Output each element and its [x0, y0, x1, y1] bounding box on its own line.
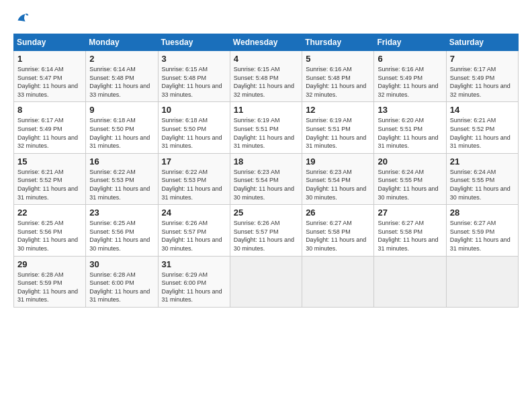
calendar-cell: 21 Sunrise: 6:24 AMSunset: 5:55 PMDaylig…	[446, 153, 518, 204]
logo	[13, 11, 32, 27]
calendar-row-5: 29 Sunrise: 6:28 AMSunset: 5:59 PMDaylig…	[14, 256, 519, 307]
day-number: 5	[306, 54, 370, 64]
day-info: Sunrise: 6:27 AMSunset: 5:59 PMDaylight:…	[450, 219, 515, 253]
day-number: 22	[17, 208, 82, 218]
calendar-cell: 23 Sunrise: 6:25 AMSunset: 5:56 PMDaylig…	[86, 205, 158, 256]
calendar-cell: 19 Sunrise: 6:23 AMSunset: 5:54 PMDaylig…	[302, 153, 374, 204]
day-info: Sunrise: 6:29 AMSunset: 6:00 PMDaylight:…	[162, 271, 226, 304]
header-cell-tuesday: Tuesday	[158, 34, 230, 51]
calendar-cell: 13 Sunrise: 6:20 AMSunset: 5:51 PMDaylig…	[374, 102, 446, 153]
calendar-cell: 8 Sunrise: 6:17 AMSunset: 5:49 PMDayligh…	[14, 102, 86, 153]
day-info: Sunrise: 6:18 AMSunset: 5:50 PMDaylight:…	[89, 116, 154, 150]
day-info: Sunrise: 6:24 AMSunset: 5:55 PMDaylight:…	[378, 168, 442, 201]
day-info: Sunrise: 6:16 AMSunset: 5:49 PMDaylight:…	[378, 65, 442, 99]
day-info: Sunrise: 6:26 AMSunset: 5:57 PMDaylight:…	[234, 219, 298, 253]
day-info: Sunrise: 6:28 AMSunset: 6:00 PMDaylight:…	[89, 271, 154, 304]
calendar-cell: 24 Sunrise: 6:26 AMSunset: 5:57 PMDaylig…	[158, 205, 230, 256]
day-number: 24	[162, 208, 226, 218]
header-cell-sunday: Sunday	[14, 34, 86, 51]
day-number: 1	[17, 54, 82, 64]
calendar-cell: 12 Sunrise: 6:19 AMSunset: 5:51 PMDaylig…	[302, 102, 374, 153]
calendar-row-2: 8 Sunrise: 6:17 AMSunset: 5:49 PMDayligh…	[14, 102, 519, 153]
calendar-cell: 30 Sunrise: 6:28 AMSunset: 6:00 PMDaylig…	[86, 256, 158, 307]
day-number: 17	[162, 156, 226, 167]
day-number: 14	[450, 105, 515, 115]
day-info: Sunrise: 6:23 AMSunset: 5:54 PMDaylight:…	[234, 168, 298, 201]
calendar-cell: 6 Sunrise: 6:16 AMSunset: 5:49 PMDayligh…	[374, 51, 446, 102]
day-number: 28	[450, 208, 515, 218]
calendar-header: SundayMondayTuesdayWednesdayThursdayFrid…	[14, 34, 519, 51]
calendar-row-4: 22 Sunrise: 6:25 AMSunset: 5:56 PMDaylig…	[14, 205, 519, 256]
header-cell-wednesday: Wednesday	[230, 34, 302, 51]
calendar-cell: 31 Sunrise: 6:29 AMSunset: 6:00 PMDaylig…	[158, 256, 230, 307]
calendar-cell: 3 Sunrise: 6:15 AMSunset: 5:48 PMDayligh…	[158, 51, 230, 102]
day-number: 9	[89, 105, 154, 115]
calendar-cell: 15 Sunrise: 6:21 AMSunset: 5:52 PMDaylig…	[14, 153, 86, 204]
calendar-cell: 26 Sunrise: 6:27 AMSunset: 5:58 PMDaylig…	[302, 205, 374, 256]
day-number: 29	[17, 259, 82, 269]
header-cell-monday: Monday	[86, 34, 158, 51]
header-row: SundayMondayTuesdayWednesdayThursdayFrid…	[14, 34, 519, 51]
calendar-cell: 17 Sunrise: 6:22 AMSunset: 5:53 PMDaylig…	[158, 153, 230, 204]
calendar-cell: 10 Sunrise: 6:18 AMSunset: 5:50 PMDaylig…	[158, 102, 230, 153]
header-cell-friday: Friday	[374, 34, 446, 51]
day-number: 21	[450, 156, 515, 167]
header-cell-saturday: Saturday	[446, 34, 518, 51]
calendar-cell	[302, 256, 374, 307]
day-info: Sunrise: 6:17 AMSunset: 5:49 PMDaylight:…	[17, 116, 82, 150]
calendar-cell	[374, 256, 446, 307]
logo-bird-icon	[13, 11, 30, 27]
header-cell-thursday: Thursday	[302, 34, 374, 51]
day-number: 23	[89, 208, 154, 218]
calendar-cell: 18 Sunrise: 6:23 AMSunset: 5:54 PMDaylig…	[230, 153, 302, 204]
calendar-cell: 5 Sunrise: 6:16 AMSunset: 5:48 PMDayligh…	[302, 51, 374, 102]
day-number: 10	[162, 105, 226, 115]
day-info: Sunrise: 6:21 AMSunset: 5:52 PMDaylight:…	[17, 168, 82, 201]
calendar-cell: 25 Sunrise: 6:26 AMSunset: 5:57 PMDaylig…	[230, 205, 302, 256]
calendar-cell: 14 Sunrise: 6:21 AMSunset: 5:52 PMDaylig…	[446, 102, 518, 153]
day-number: 31	[162, 259, 226, 269]
day-info: Sunrise: 6:18 AMSunset: 5:50 PMDaylight:…	[162, 116, 226, 150]
calendar-row-1: 1 Sunrise: 6:14 AMSunset: 5:47 PMDayligh…	[14, 51, 519, 102]
day-number: 25	[234, 208, 298, 218]
day-info: Sunrise: 6:26 AMSunset: 5:57 PMDaylight:…	[162, 219, 226, 253]
day-info: Sunrise: 6:15 AMSunset: 5:48 PMDaylight:…	[234, 65, 298, 99]
day-number: 30	[89, 259, 154, 269]
day-info: Sunrise: 6:14 AMSunset: 5:48 PMDaylight:…	[89, 65, 154, 99]
day-number: 18	[234, 156, 298, 167]
day-info: Sunrise: 6:19 AMSunset: 5:51 PMDaylight:…	[234, 116, 298, 150]
day-number: 2	[89, 54, 154, 64]
day-number: 8	[17, 105, 82, 115]
calendar-row-3: 15 Sunrise: 6:21 AMSunset: 5:52 PMDaylig…	[14, 153, 519, 204]
day-info: Sunrise: 6:23 AMSunset: 5:54 PMDaylight:…	[306, 168, 370, 201]
day-number: 3	[162, 54, 226, 64]
day-info: Sunrise: 6:22 AMSunset: 5:53 PMDaylight:…	[162, 168, 226, 201]
day-info: Sunrise: 6:19 AMSunset: 5:51 PMDaylight:…	[306, 116, 370, 150]
day-number: 26	[306, 208, 370, 218]
day-number: 15	[17, 156, 82, 167]
calendar-cell	[446, 256, 518, 307]
day-info: Sunrise: 6:27 AMSunset: 5:58 PMDaylight:…	[306, 219, 370, 253]
calendar-cell: 22 Sunrise: 6:25 AMSunset: 5:56 PMDaylig…	[14, 205, 86, 256]
day-number: 16	[89, 156, 154, 167]
day-info: Sunrise: 6:27 AMSunset: 5:58 PMDaylight:…	[378, 219, 442, 253]
day-info: Sunrise: 6:28 AMSunset: 5:59 PMDaylight:…	[17, 271, 82, 304]
day-number: 13	[378, 105, 442, 115]
day-info: Sunrise: 6:16 AMSunset: 5:48 PMDaylight:…	[306, 65, 370, 99]
day-number: 27	[378, 208, 442, 218]
calendar-cell: 7 Sunrise: 6:17 AMSunset: 5:49 PMDayligh…	[446, 51, 518, 102]
day-info: Sunrise: 6:20 AMSunset: 5:51 PMDaylight:…	[378, 116, 442, 150]
calendar-cell	[230, 256, 302, 307]
header	[13, 11, 519, 27]
day-number: 19	[306, 156, 370, 167]
calendar-cell: 29 Sunrise: 6:28 AMSunset: 5:59 PMDaylig…	[14, 256, 86, 307]
calendar-cell: 11 Sunrise: 6:19 AMSunset: 5:51 PMDaylig…	[230, 102, 302, 153]
calendar-cell: 20 Sunrise: 6:24 AMSunset: 5:55 PMDaylig…	[374, 153, 446, 204]
day-number: 20	[378, 156, 442, 167]
day-number: 12	[306, 105, 370, 115]
calendar-body: 1 Sunrise: 6:14 AMSunset: 5:47 PMDayligh…	[14, 51, 519, 308]
day-number: 4	[234, 54, 298, 64]
day-number: 6	[378, 54, 442, 64]
day-info: Sunrise: 6:17 AMSunset: 5:49 PMDaylight:…	[450, 65, 515, 99]
day-info: Sunrise: 6:25 AMSunset: 5:56 PMDaylight:…	[89, 219, 154, 253]
